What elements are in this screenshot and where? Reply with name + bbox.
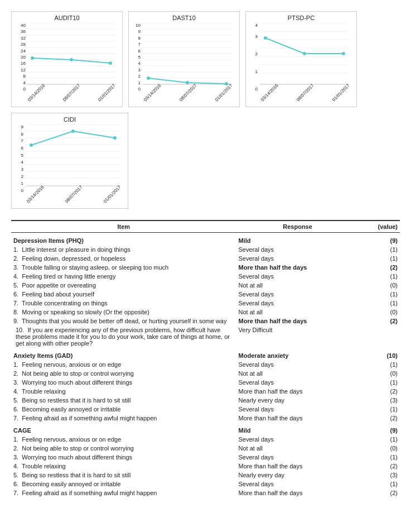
cage-score-label: Mild — [236, 423, 359, 435]
svg-point-13 — [109, 61, 112, 65]
anxiety-score-label: Moderate anxiety — [236, 348, 359, 360]
cage-score-value: (9) — [359, 423, 400, 435]
svg-point-11 — [31, 56, 34, 60]
ptsdpc-x-axis: 03/14/2016 08/07/2017 01/01/2017 — [260, 98, 354, 104]
table-row: 5. Being so restless that it is hard to … — [11, 471, 400, 480]
depression-section-header: Depression Items (PHQ) Mild (9) — [11, 233, 400, 246]
table-row: 5. Being so restless that it is hard to … — [11, 396, 400, 405]
table: Item Response (value) Depression Items (… — [11, 220, 400, 497]
table-row: 6. Becoming easily annoyed or irritable … — [11, 480, 400, 488]
table-row: 5. Poor appetite or overeating Not at al… — [11, 281, 400, 290]
table-row: 3. Worrying too much about different thi… — [11, 378, 400, 387]
ptsdpc-y-axis: 4 3 2 1 0 — [249, 23, 259, 92]
audit10-x-axis: 03/14/2016 08/07/2017 01/01/2017 — [27, 98, 119, 104]
table-row: 7. Feeling afraid as if something awful … — [11, 414, 400, 423]
table-row: 6. Becoming easily annoyed or irritable … — [11, 405, 400, 414]
cage-section-header: CAGE Mild (9) — [11, 423, 400, 435]
svg-point-27 — [186, 81, 189, 84]
table-row: 4. Trouble relaxing More than half the d… — [11, 462, 400, 471]
anxiety-score-value: (10) — [359, 348, 400, 360]
dast10-svg — [143, 23, 238, 92]
ptsdpc-title: PTSD-PC — [249, 15, 354, 21]
svg-point-12 — [70, 58, 73, 61]
col-item-header: Item — [11, 221, 236, 233]
audit10-title: AUDIT10 — [14, 15, 119, 21]
table-row: 2. Not being able to stop or control wor… — [11, 444, 400, 453]
table-row: 2. Not being able to stop or control wor… — [11, 369, 400, 378]
anxiety-section-header: Anxiety Items (GAD) Moderate anxiety (10… — [11, 348, 400, 360]
table-row: 3. Trouble falling or staying asleep, or… — [11, 263, 400, 272]
audit10-svg — [27, 23, 122, 92]
svg-point-26 — [147, 76, 150, 80]
charts-row-1: AUDIT10 40 36 32 28 24 20 16 12 8 4 0 — [11, 11, 400, 107]
svg-point-54 — [113, 136, 117, 140]
svg-point-38 — [264, 36, 267, 40]
anxiety-title: Anxiety Items (GAD) — [11, 348, 236, 360]
table-row: 1. Feeling nervous, anxious or on edge S… — [11, 360, 400, 369]
svg-point-40 — [342, 52, 345, 55]
col-response-header: Response — [236, 221, 359, 233]
svg-point-52 — [30, 143, 33, 147]
table-header-row: Item Response (value) — [11, 221, 400, 233]
svg-point-39 — [303, 52, 306, 55]
table-row: 8. Moving or speaking so slowly (Or the … — [11, 308, 400, 317]
cidi-y-axis: 9 8 7 6 5 4 3 2 1 0 — [14, 124, 25, 193]
cidi-svg — [26, 124, 126, 193]
cidi-title: CIDI — [14, 116, 125, 123]
table-row: 10. If you are experiencing any of the p… — [11, 325, 400, 348]
table-row: 1. Feeling nervous, anxious or on edge S… — [11, 435, 400, 444]
charts-row-2: CIDI 9 8 7 6 5 4 3 2 1 0 — [11, 113, 400, 209]
audit10-chart: AUDIT10 40 36 32 28 24 20 16 12 8 4 0 — [11, 11, 123, 107]
table-row: 7. Feeling afraid as if something awful … — [11, 488, 400, 497]
depression-score-value: (9) — [359, 233, 400, 246]
audit10-y-axis: 40 36 32 28 24 20 16 12 8 4 0 — [14, 23, 27, 92]
table-row: 1. Little interest or pleasure in doing … — [11, 245, 400, 254]
dast10-y-axis: 10 9 8 7 6 5 4 3 2 1 0 — [132, 23, 142, 92]
table-row: 2. Feeling down, depressed, or hopeless … — [11, 254, 400, 263]
dast10-x-axis: 03/14/2016 08/07/2017 01/01/2017 — [143, 98, 236, 104]
col-value-header: (value) — [359, 221, 400, 233]
cage-title: CAGE — [11, 423, 236, 435]
dast10-chart: DAST10 10 9 8 7 6 5 4 3 2 1 0 — [128, 11, 240, 107]
cidi-chart: CIDI 9 8 7 6 5 4 3 2 1 0 — [11, 113, 128, 209]
table-row: 7. Trouble concentrating on things Sever… — [11, 299, 400, 308]
dast10-title: DAST10 — [132, 15, 236, 21]
depression-title: Depression Items (PHQ) — [11, 233, 236, 246]
table-row: 9. Thoughts that you would be better off… — [11, 317, 400, 325]
ptsdpc-svg — [260, 23, 355, 92]
cidi-x-axis: 03/14/2016 08/07/2017 01/01/2017 — [26, 199, 125, 205]
depression-score-label: Mild — [236, 233, 359, 246]
assessment-table: Item Response (value) Depression Items (… — [11, 220, 400, 497]
ptsdpc-chart: PTSD-PC 4 3 2 1 0 — [245, 11, 357, 107]
svg-point-53 — [71, 130, 75, 133]
table-row: 3. Worrying too much about different thi… — [11, 453, 400, 462]
table-row: 4. Feeling tired or having little energy… — [11, 272, 400, 281]
table-row: 4. Trouble relaxing More than half the d… — [11, 387, 400, 396]
table-row: 6. Feeling bad about yourself Several da… — [11, 290, 400, 299]
